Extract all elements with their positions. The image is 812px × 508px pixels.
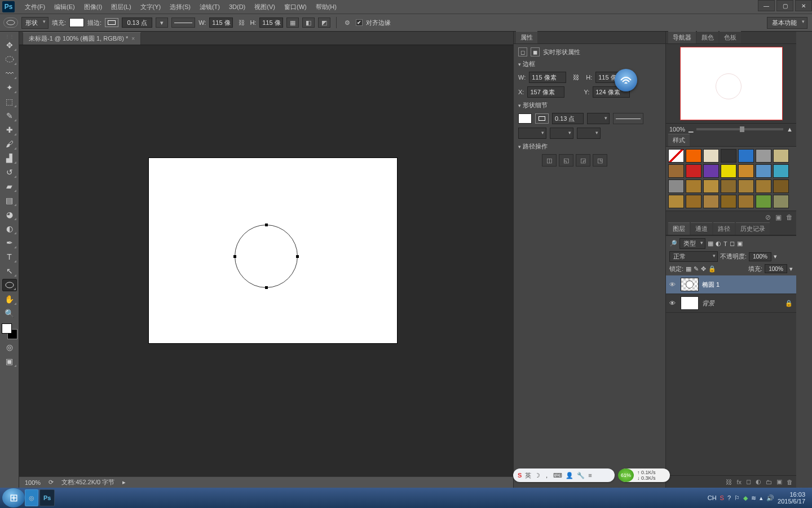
navigator-preview[interactable] <box>666 44 796 123</box>
stroke-align-dd[interactable] <box>518 128 546 139</box>
lock-trans-icon[interactable]: ▦ <box>686 265 691 273</box>
taskbar-app-photoshop[interactable]: Ps <box>39 489 55 506</box>
style-swatch[interactable] <box>756 149 771 163</box>
prop-stroke-style[interactable] <box>613 113 643 124</box>
style-swatch[interactable] <box>721 164 736 178</box>
gear-icon[interactable]: ⚙ <box>342 17 352 28</box>
hand-tool[interactable]: ✋ <box>2 293 17 305</box>
lock-pos-icon[interactable]: ✥ <box>701 265 706 273</box>
style-swatch[interactable] <box>738 164 754 178</box>
link-layers-icon[interactable]: ⛓ <box>726 479 732 485</box>
prop-x-input[interactable] <box>527 86 564 98</box>
menu-file[interactable]: 文件(F) <box>20 2 50 12</box>
menu-icon[interactable]: ≡ <box>588 472 592 479</box>
keyboard-icon[interactable]: ⌨ <box>553 472 562 479</box>
doc-size-status[interactable]: 文档:452.2K/0 字节 <box>61 478 114 487</box>
stroke-width-dropdown[interactable]: ▾ <box>156 17 168 28</box>
maximize-button[interactable]: ▢ <box>776 0 793 11</box>
tool-mode-dropdown[interactable]: 形状 <box>21 17 48 29</box>
canvas-viewport[interactable] <box>19 45 513 476</box>
anchor-top[interactable] <box>265 224 268 226</box>
document-tab[interactable]: 未标题-1 @ 100% (椭圆 1, RGB/8) * × <box>23 32 141 45</box>
ellipse-tool-icon[interactable] <box>3 17 18 28</box>
quickmask-toggle[interactable]: ◎ <box>2 341 17 353</box>
anchor-left[interactable] <box>233 255 236 258</box>
layer-row-ellipse[interactable]: 👁 椭圆 1 <box>666 275 796 294</box>
menu-view[interactable]: 视图(V) <box>250 2 280 12</box>
network-speed-widget[interactable]: 61% ↑ 0.1K/s ↓ 0.3K/s <box>619 468 670 482</box>
style-swatch[interactable] <box>668 164 684 178</box>
tray-shield-icon[interactable]: ◆ <box>743 494 748 502</box>
zoom-tool[interactable]: 🔍 <box>2 307 17 319</box>
wifi-widget[interactable] <box>615 69 637 91</box>
style-trash-icon[interactable]: 🗑 <box>786 213 793 221</box>
link-icon[interactable]: ⛓ <box>573 74 579 81</box>
style-swatch[interactable] <box>703 195 719 208</box>
healing-tool[interactable]: ✚ <box>2 124 17 136</box>
filter-type-icon[interactable]: T <box>723 240 727 247</box>
adjustment-layer-icon[interactable]: ◐ <box>756 478 761 485</box>
history-brush-tool[interactable]: ↺ <box>2 166 17 178</box>
width-input[interactable] <box>209 17 233 28</box>
style-swatch[interactable] <box>756 164 771 178</box>
layer-mask-icon[interactable]: ◻ <box>746 478 751 485</box>
menu-window[interactable]: 窗口(W) <box>280 2 311 12</box>
align-edges-checkbox[interactable]: ✔ <box>356 19 363 26</box>
path-align-button[interactable]: ▦ <box>286 17 299 28</box>
prop-stroke-dd[interactable] <box>587 113 610 124</box>
navigator-zoom-value[interactable]: 100% <box>669 126 685 133</box>
color-swatches[interactable] <box>2 323 17 339</box>
layer-fx-icon[interactable]: fx <box>736 479 742 485</box>
refresh-icon[interactable]: ⟳ <box>48 479 54 486</box>
properties-tab[interactable]: 属性 <box>516 31 537 43</box>
stroke-width-input[interactable] <box>122 17 152 28</box>
menu-3d[interactable]: 3D(D) <box>224 2 250 11</box>
layers-tab[interactable]: 图层 <box>668 222 690 235</box>
fill-dd-icon[interactable]: ▾ <box>789 265 793 273</box>
menu-type[interactable]: 文字(Y) <box>136 2 166 12</box>
filter-shape-icon[interactable]: ◻ <box>730 240 735 247</box>
style-swatch[interactable] <box>686 164 701 178</box>
new-layer-icon[interactable]: ▣ <box>776 478 782 485</box>
color-tab[interactable]: 颜色 <box>697 31 718 43</box>
group-icon[interactable]: 🗀 <box>766 479 772 485</box>
canvas[interactable] <box>149 158 397 343</box>
prop-w-input[interactable] <box>529 72 566 83</box>
minimize-button[interactable]: — <box>758 0 775 11</box>
magic-wand-tool[interactable]: ✦ <box>2 81 17 94</box>
visibility-icon[interactable]: 👁 <box>669 281 677 288</box>
path-arrange-button[interactable]: ◧ <box>302 17 315 28</box>
layer-row-background[interactable]: 👁 背景 🔒 <box>666 294 796 313</box>
opacity-dd-icon[interactable]: ▾ <box>774 253 777 260</box>
path-options-button[interactable]: ◩ <box>318 17 330 28</box>
path-select-tool[interactable]: ↖ <box>2 265 17 277</box>
style-swatch[interactable] <box>721 149 736 163</box>
style-swatch[interactable] <box>773 149 789 163</box>
style-swatch[interactable] <box>703 149 719 163</box>
workspace-dropdown[interactable]: 基本功能 <box>767 17 807 29</box>
zoom-out-icon[interactable]: ▁ <box>689 125 693 133</box>
shape-tool[interactable] <box>2 279 17 291</box>
style-swatch[interactable] <box>756 179 771 193</box>
brush-tool[interactable]: 🖌 <box>2 138 17 150</box>
link-wh-icon[interactable]: ⛓ <box>236 17 246 28</box>
crop-tool[interactable]: ⬚ <box>2 95 17 108</box>
blend-mode-dd[interactable]: 正常 <box>669 251 718 262</box>
prop-stroke-width[interactable] <box>552 113 584 124</box>
menu-select[interactable]: 选择(S) <box>165 2 195 12</box>
type-tool[interactable]: T <box>2 251 17 263</box>
zoom-slider[interactable] <box>696 128 783 130</box>
style-swatch[interactable] <box>773 195 789 208</box>
stroke-swatch[interactable] <box>105 18 118 27</box>
style-swatch[interactable] <box>738 149 754 163</box>
toolbox-grip[interactable]: ⋮⋮ <box>1 34 18 37</box>
close-tab-icon[interactable]: × <box>131 36 135 42</box>
marquee-tool[interactable] <box>2 53 17 65</box>
style-swatch[interactable] <box>703 179 719 193</box>
eyedropper-tool[interactable]: ✎ <box>2 110 17 122</box>
opacity-input[interactable] <box>749 252 771 261</box>
tray-flag-icon[interactable]: ⚐ <box>734 494 740 502</box>
stroke-style-dropdown[interactable] <box>171 17 195 28</box>
dodge-tool[interactable]: ◐ <box>2 222 17 235</box>
ime-float-bar[interactable]: S 英 ☽ ， ⌨ 👤 🔧 ≡ <box>513 468 615 482</box>
